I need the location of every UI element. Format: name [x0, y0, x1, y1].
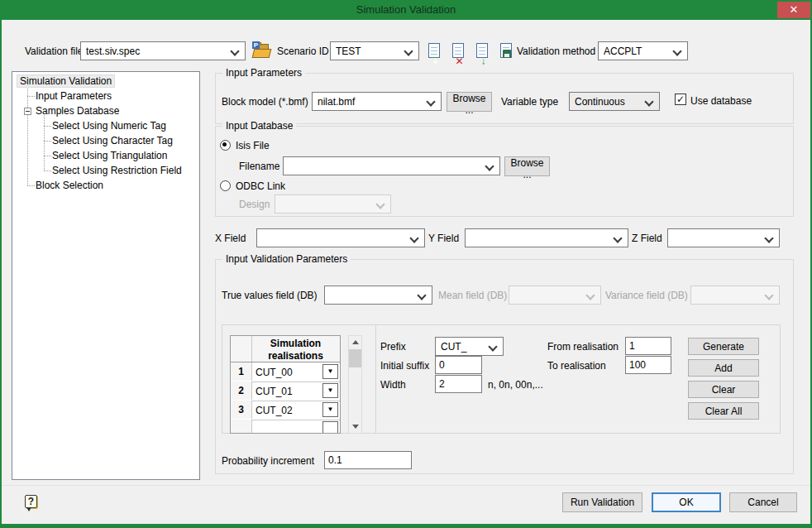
- scroll-up-icon[interactable]: [349, 336, 361, 348]
- y-field-combobox[interactable]: [465, 228, 628, 247]
- document-import-icon: ↓: [476, 43, 488, 58]
- tree-item-samples-database[interactable]: Samples Database: [36, 105, 119, 118]
- width-input[interactable]: [435, 375, 482, 393]
- help-button[interactable]: ?: [25, 495, 37, 508]
- clear-button[interactable]: Clear: [688, 381, 759, 398]
- initial-suffix-input[interactable]: [435, 356, 482, 374]
- input-database-group-title: Input Database: [222, 121, 296, 132]
- browse-block-model-button[interactable]: Browse ...: [447, 92, 492, 112]
- validation-method-combobox[interactable]: ACCPLT: [598, 41, 688, 60]
- validation-file-label: Validation file: [25, 46, 84, 57]
- probability-increment-input[interactable]: [324, 451, 412, 469]
- scroll-down-icon[interactable]: [349, 420, 361, 433]
- scrollbar-thumb[interactable]: [349, 349, 361, 367]
- chevron-down-icon: [409, 233, 418, 242]
- cell-dropdown-button[interactable]: ▼: [322, 383, 338, 398]
- validation-method-value: ACCPLT: [604, 46, 671, 57]
- document-add-icon: +: [428, 43, 440, 58]
- z-field-combobox[interactable]: [667, 228, 780, 247]
- design-combobox: [275, 194, 391, 214]
- mean-field-combobox: [509, 286, 601, 305]
- table-header-line1: Simulation: [251, 338, 340, 350]
- x-field-combobox[interactable]: [256, 228, 425, 247]
- check-icon: ✓: [676, 94, 685, 105]
- prefix-combobox[interactable]: CUT_: [435, 337, 504, 356]
- validation-file-combobox[interactable]: test.siv.spec: [80, 41, 246, 60]
- use-database-checkbox[interactable]: ✓: [675, 94, 686, 105]
- scenario-id-value: TEST: [336, 46, 402, 57]
- chevron-down-icon: [488, 342, 497, 351]
- tree-item-block-selection[interactable]: Block Selection: [36, 180, 103, 192]
- width-hint: n, 0n, 00n,...: [488, 380, 543, 391]
- table-scrollbar[interactable]: [348, 335, 362, 434]
- navigation-tree: Simulation Validation Input Parameters S…: [12, 71, 200, 480]
- initial-suffix-label: Initial suffix: [380, 361, 429, 372]
- cell-dropdown-button[interactable]: [322, 421, 338, 434]
- import-scenario-button[interactable]: ↓: [475, 43, 493, 61]
- collapse-minus-icon[interactable]: [24, 108, 31, 115]
- cell-dropdown-button[interactable]: ▼: [322, 402, 338, 417]
- tree-item-select-restriction-field[interactable]: Select Using Restriction Field: [52, 165, 182, 177]
- tree-connector: [27, 185, 35, 186]
- panel-divider: [375, 325, 376, 433]
- from-realisation-input[interactable]: [625, 337, 671, 355]
- realisation-cell-value[interactable]: CUT_02: [256, 405, 320, 416]
- to-realisation-label: To realisation: [547, 361, 606, 372]
- clear-all-button[interactable]: Clear All: [688, 402, 759, 420]
- true-values-field-combobox[interactable]: [324, 286, 432, 305]
- tree-connector: [44, 156, 51, 156]
- open-validation-file-button[interactable]: P: [252, 41, 270, 60]
- true-values-field-label: True values field (DB): [222, 290, 318, 301]
- table-row: 3 CUT_02 ▼: [231, 401, 340, 420]
- tree-item-select-numeric-tag[interactable]: Select Using Numeric Tag: [52, 120, 166, 132]
- chevron-down-icon: [672, 46, 681, 55]
- save-scenario-button[interactable]: [499, 43, 517, 61]
- validation-method-label: Validation method: [517, 46, 595, 57]
- filename-label: Filename: [239, 161, 279, 172]
- probability-increment-label: Probability increment: [222, 456, 314, 467]
- dropdown-triangle-icon: ▼: [327, 367, 334, 375]
- question-mark-icon: ?: [28, 496, 34, 507]
- chevron-down-icon: [764, 233, 773, 242]
- close-button[interactable]: ✕: [777, 2, 810, 18]
- use-database-label: Use database: [690, 96, 752, 107]
- design-label: Design: [239, 199, 270, 210]
- row-number-header: [231, 336, 252, 362]
- variable-type-combobox[interactable]: Continuous: [569, 92, 660, 111]
- cancel-button[interactable]: Cancel: [729, 492, 797, 512]
- to-realisation-input[interactable]: [625, 356, 671, 374]
- ok-button[interactable]: OK: [652, 492, 721, 512]
- tree-item-select-triangulation[interactable]: Select Using Triangulation: [52, 150, 167, 162]
- document-delete-icon: ✕: [452, 43, 464, 58]
- realisation-cell-value[interactable]: CUT_00: [256, 367, 320, 378]
- browse-filename-button[interactable]: Browse ...: [504, 156, 550, 176]
- odbc-link-radio[interactable]: [220, 180, 231, 191]
- tree-item-input-parameters[interactable]: Input Parameters: [36, 90, 112, 103]
- block-model-combobox[interactable]: nilat.bmf: [312, 92, 442, 111]
- chevron-down-icon: [426, 97, 435, 106]
- tree-item-simulation-validation[interactable]: Simulation Validation: [19, 75, 115, 88]
- new-scenario-button[interactable]: +: [427, 43, 445, 61]
- delete-scenario-button[interactable]: ✕: [451, 43, 469, 61]
- generate-button[interactable]: Generate: [688, 338, 759, 355]
- from-realisation-label: From realisation: [547, 342, 619, 353]
- isis-file-radio[interactable]: [220, 140, 231, 151]
- tree-connector: [27, 96, 35, 97]
- prefix-value: CUT_: [441, 341, 486, 353]
- cell-dropdown-button[interactable]: ▼: [322, 364, 338, 379]
- block-model-label: Block model (*.bmf): [222, 97, 308, 108]
- variable-type-label: Variable type: [501, 97, 558, 108]
- realisation-cell-value[interactable]: CUT_01: [256, 386, 320, 397]
- scenario-id-combobox[interactable]: TEST: [330, 41, 419, 60]
- run-validation-button[interactable]: Run Validation: [562, 492, 642, 512]
- prefix-label: Prefix: [380, 342, 406, 353]
- tree-connector: [27, 85, 28, 185]
- close-icon: ✕: [790, 3, 799, 16]
- tree-item-select-character-tag[interactable]: Select Using Character Tag: [52, 135, 173, 147]
- simulation-realisations-table: Simulation realisations 1 CUT_00 ▼ 2 CUT…: [230, 335, 341, 434]
- chevron-down-icon: [644, 97, 653, 106]
- add-button[interactable]: Add: [688, 359, 759, 377]
- chevron-down-icon: [485, 161, 494, 170]
- table-row: 1 CUT_00 ▼: [231, 362, 340, 382]
- filename-combobox[interactable]: [283, 156, 500, 175]
